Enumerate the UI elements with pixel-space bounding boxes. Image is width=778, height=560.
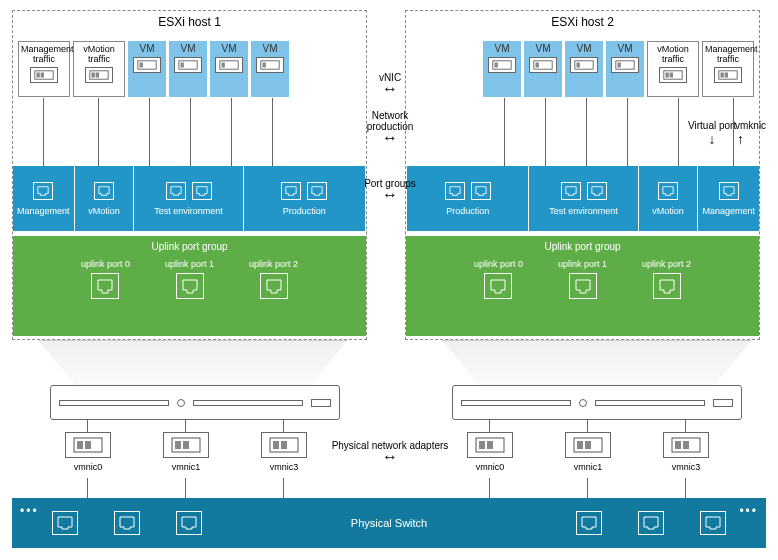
port-icon [569,273,597,299]
svg-rect-33 [183,441,189,449]
svg-rect-36 [281,441,287,449]
switch-ports-left [52,511,202,535]
uplink-port-0: uplink port 0 [81,259,130,299]
ethernet-port-icon [114,511,140,535]
connector-line [98,98,99,166]
svg-rect-7 [140,63,143,68]
double-arrow-icon: ↔ [382,80,398,97]
label: vmnic3 [270,462,299,472]
port-pair [166,182,212,200]
connector-line [586,98,587,166]
host1-mgmt-traffic: Management traffic [18,41,70,97]
label-vmknic: vmknic ↑ [735,120,766,147]
svg-rect-13 [263,63,266,68]
ethernet-port-icon [176,511,202,535]
port-icon [307,182,327,200]
host1-vm-4: VM [251,41,289,97]
rack-slot [461,400,571,406]
connector-line [283,420,284,433]
double-arrow-icon: ↔ [382,129,398,146]
ethernet-port-icon [700,511,726,535]
port-pair [281,182,327,200]
physical-switch-label: Physical Switch [351,517,427,529]
label-port-groups: Port groups ↔ [350,178,430,202]
host-1-top-row: Management traffic vMotion traffic VM VM… [18,41,289,101]
label: Test environment [154,206,223,216]
host1-uplink-group: Uplink port group uplink port 0 uplink p… [13,236,366,336]
host2-vm-3: VM [524,41,562,97]
connector-line [685,420,686,433]
text: Virtual port [688,120,736,131]
switch-ports-right [576,511,726,535]
pg-production: Production [244,166,366,231]
nic-card-icon [163,432,209,458]
connector-line [587,420,588,433]
pnic-row-2: vmnic0 vmnic1 vmnic3 [460,432,716,472]
label: vmnic0 [74,462,103,472]
label: Management traffic [705,44,751,64]
connector-line [185,478,186,498]
label: uplink port 1 [165,259,214,269]
vm-label: VM [253,43,287,54]
nic-card-icon [565,432,611,458]
uplink-title: Uplink port group [406,236,759,257]
connector-line [149,98,150,166]
pg-vmotion: vMotion [75,166,135,231]
label: Production [283,206,326,216]
connector-line [272,98,273,166]
vnic-icon [256,57,284,73]
rack-button [311,399,331,407]
label: vMotion [88,206,120,216]
host1-vm-2: VM [169,41,207,97]
label: vmnic0 [476,462,505,472]
nic-card-icon [467,432,513,458]
label: uplink port 2 [249,259,298,269]
port-icon [281,182,301,200]
vm-label: VM [485,43,519,54]
uplink-port-2: uplink port 2 [642,259,691,299]
vmnic0: vmnic0 [58,432,118,472]
label-vnic: vNIC ↔ [350,72,430,96]
label: Management [702,206,755,216]
ethernet-port-icon [638,511,664,535]
vmnic0: vmnic0 [460,432,520,472]
pnic-row-1: vmnic0 vmnic1 vmnic3 [58,432,314,472]
vm-label: VM [567,43,601,54]
label: vMotion [652,206,684,216]
vm-label: VM [608,43,642,54]
vnic-icon [488,57,516,73]
host2-mgmt-traffic: Management traffic [702,41,754,97]
port-icon [166,182,186,200]
ethernet-port-icon [52,511,78,535]
svg-rect-39 [487,441,493,449]
svg-rect-45 [683,441,689,449]
label: uplink port 2 [642,259,691,269]
pg-management: Management [697,166,759,231]
port-icon [653,273,681,299]
connector-line [545,98,546,166]
port-icon [484,273,512,299]
host2-vm-2: VM [565,41,603,97]
nic-icon [85,67,113,83]
host-2-title: ESXi host 2 [406,11,759,33]
pg-vmotion: vMotion [638,166,698,231]
connector-line [190,98,191,166]
nic-icon [30,67,58,83]
rack-slot [193,400,303,406]
rack-slot [595,400,705,406]
label: Production [446,206,489,216]
text: vmknic [735,120,766,131]
port-icon [260,273,288,299]
uplink-port-0: uplink port 0 [474,259,523,299]
svg-rect-35 [273,441,279,449]
funnel-1 [38,340,348,385]
connector-line [87,420,88,433]
port-icon [587,182,607,200]
host1-vm-1: VM [128,41,166,97]
port-icon [176,273,204,299]
label-virtual-port: Virtual port ↓ [688,120,736,147]
uplink-port-2: uplink port 2 [249,259,298,299]
pg-test: Test environment [528,166,637,231]
host1-vm-3: VM [210,41,248,97]
rack-led [177,399,185,407]
